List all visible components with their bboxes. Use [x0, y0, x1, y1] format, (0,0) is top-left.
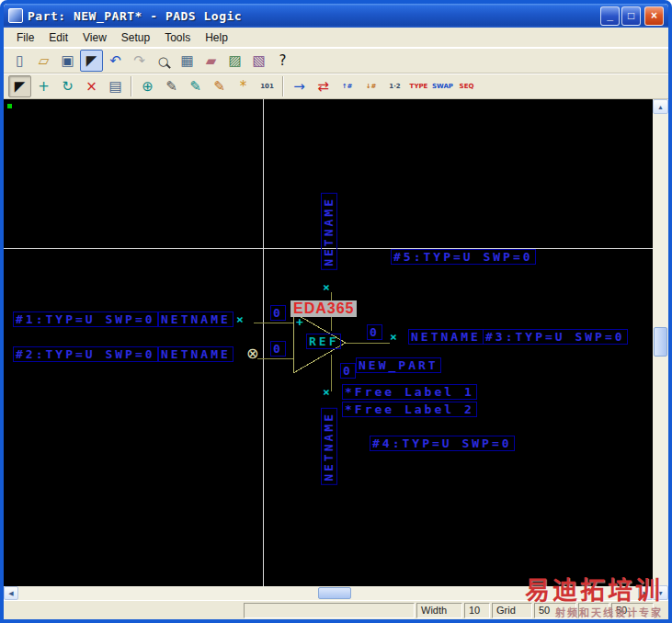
menu-tools[interactable]: Tools — [157, 29, 198, 46]
selection-filter-icon: ◤ — [86, 54, 97, 68]
toolbar-edit: ◤+↻×▤⊕✎✎✎*101→⇄↑#↓#1·2TYPESWAPSEQ — [4, 74, 668, 99]
help-button[interactable]: ? — [271, 50, 294, 72]
sheets-icon: ▦ — [180, 54, 193, 68]
open-icon: ▱ — [39, 54, 50, 68]
netname-left2-label[interactable]: NETNAME — [158, 346, 233, 362]
rotate-icon: ↻ — [62, 80, 74, 94]
ole-object-button[interactable]: ▨ — [223, 50, 246, 72]
add-pin-button[interactable]: ⊕ — [136, 75, 159, 97]
pin1-number[interactable]: 0 — [270, 305, 286, 321]
redo-icon: ↷ — [133, 54, 145, 68]
menu-view[interactable]: View — [75, 29, 114, 46]
pin3-label[interactable]: #3:TYP=U SWP=0 — [483, 329, 628, 345]
vertical-scroll-thumb[interactable] — [654, 327, 667, 357]
redo-button[interactable]: ↷ — [128, 50, 151, 72]
pin3-number[interactable]: 0 — [367, 324, 382, 340]
part-name-label[interactable]: NEW_PART — [356, 357, 441, 373]
pin4-label[interactable]: #4:TYP=U SWP=0 — [370, 436, 515, 451]
set-pin-swap-icon: SWAP — [432, 84, 453, 90]
edit-decal-icon: ✎ — [165, 80, 177, 94]
width-label-field: Width — [416, 603, 462, 618]
ole-object-icon: ▨ — [228, 54, 241, 68]
pads-logic-window: Part: NEW_PART* - PADS Logic _ □ × File … — [0, 0, 672, 623]
zoom-button[interactable]: ○ — [152, 50, 175, 72]
edit-decal-button[interactable]: ✎ — [160, 75, 183, 97]
pin5-label[interactable]: #5:TYP=U SWP=0 — [391, 249, 536, 265]
part-origin-marker[interactable]: ⊗ — [246, 346, 258, 361]
origin-dot — [7, 104, 12, 108]
netname-left1-label[interactable]: NETNAME — [158, 312, 233, 327]
change-pin-number-icon: ✎ — [213, 80, 225, 94]
decrement-pin-button[interactable]: ↓# — [359, 75, 382, 97]
menu-help[interactable]: Help — [198, 29, 235, 46]
scroll-left-button[interactable]: ◀ — [4, 586, 18, 600]
scroll-down-button[interactable]: ▼ — [653, 585, 668, 600]
menu-edit[interactable]: Edit — [41, 29, 75, 46]
select-arrow-button[interactable]: ◤ — [8, 75, 31, 97]
netname-bottom-label[interactable]: NETNAME — [321, 408, 337, 485]
add-terminal-button[interactable]: → — [288, 75, 311, 97]
pin1-label[interactable]: #1:TYP=U SWP=0 — [13, 312, 158, 327]
window-controls: _ □ × — [600, 6, 664, 26]
eraser-button[interactable]: ▰ — [199, 50, 222, 72]
undo-button[interactable]: ↶ — [104, 50, 127, 72]
highlight-button[interactable]: * — [232, 75, 255, 97]
renumber-button[interactable]: 101 — [256, 75, 279, 97]
swap-pins-button[interactable]: ⇄ — [312, 75, 335, 97]
sequence-button[interactable]: 1·2 — [383, 75, 406, 97]
change-pin-name-button[interactable]: ✎ — [184, 75, 207, 97]
maximize-button[interactable]: □ — [621, 6, 641, 26]
vertical-scrollbar[interactable]: ▲ ▼ — [653, 99, 668, 600]
canvas[interactable]: NETNAME#5:TYP=U SWP=0×EDA3650#1:TYP=U SW… — [4, 99, 653, 586]
pin4-number[interactable]: 0 — [340, 363, 356, 379]
delete-icon: × — [85, 80, 97, 94]
netname-right-label[interactable]: NETNAME — [408, 329, 484, 345]
set-pin-seq-button[interactable]: SEQ — [455, 75, 478, 97]
scroll-right-button[interactable]: ▶ — [638, 586, 653, 600]
pin2-number[interactable]: 0 — [270, 341, 286, 357]
properties-button[interactable]: ▤ — [104, 75, 127, 97]
pin1-marker[interactable]: × — [236, 313, 244, 325]
sheets-button[interactable]: ▦ — [176, 50, 199, 72]
set-pin-type-button[interactable]: TYPE — [407, 75, 430, 97]
pin-top-marker[interactable]: × — [323, 281, 330, 293]
ref-label[interactable]: REF — [306, 334, 341, 349]
pin2-label[interactable]: #2:TYP=U SWP=0 — [13, 346, 158, 362]
minimize-button[interactable]: _ — [600, 6, 620, 26]
pin-bottom-marker[interactable]: × — [323, 386, 330, 398]
pin3-marker[interactable]: × — [390, 331, 397, 343]
change-pin-number-button[interactable]: ✎ — [208, 75, 231, 97]
open-button[interactable]: ▱ — [32, 50, 55, 72]
free-label-1[interactable]: *Free Label 1 — [342, 384, 477, 400]
plus-marker[interactable]: + — [296, 316, 303, 328]
title-bar[interactable]: Part: NEW_PART* - PADS Logic _ □ × — [4, 4, 668, 28]
increment-pin-button[interactable]: ↑# — [336, 75, 359, 97]
save-button[interactable]: ▣ — [56, 50, 79, 72]
workspace: NETNAME#5:TYP=U SWP=0×EDA3650#1:TYP=U SW… — [4, 99, 668, 600]
grid-label-field: Grid — [492, 603, 532, 618]
close-button[interactable]: × — [644, 6, 664, 26]
selection-filter-button[interactable]: ◤ — [80, 50, 103, 72]
delete-button[interactable]: × — [80, 75, 103, 97]
sequence-icon: 1·2 — [389, 84, 400, 90]
set-pin-swap-button[interactable]: SWAP — [431, 75, 454, 97]
horizontal-scroll-thumb[interactable] — [318, 587, 351, 599]
new-button[interactable]: ▯ — [8, 50, 31, 72]
decrement-pin-icon: ↓# — [366, 84, 377, 90]
help-icon: ? — [279, 54, 287, 68]
grid-value-field: 50 — [534, 603, 576, 618]
menu-setup[interactable]: Setup — [114, 29, 157, 46]
properties-icon: ▤ — [108, 80, 121, 94]
screen-capture-button[interactable]: ▧ — [247, 50, 270, 72]
add-pin-icon: ⊕ — [142, 80, 154, 94]
toolbar-separator — [282, 76, 284, 96]
free-label-2[interactable]: *Free Label 2 — [342, 402, 477, 417]
scroll-up-button[interactable]: ▲ — [653, 99, 668, 114]
netname-top-label[interactable]: NETNAME — [321, 193, 337, 270]
horizontal-scrollbar[interactable]: ◀ ▶ — [4, 586, 653, 600]
window-title: Part: NEW_PART* - PADS Logic — [28, 9, 596, 23]
menu-file[interactable]: File — [9, 29, 41, 46]
move-icon: + — [38, 80, 50, 94]
move-button[interactable]: + — [32, 75, 55, 97]
rotate-button[interactable]: ↻ — [56, 75, 79, 97]
